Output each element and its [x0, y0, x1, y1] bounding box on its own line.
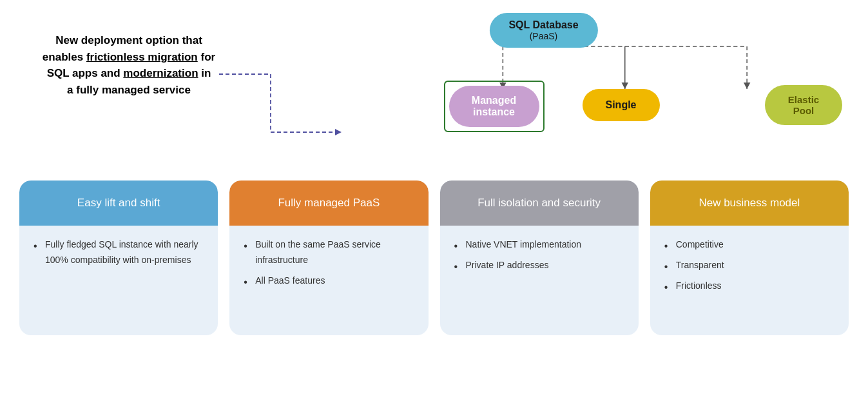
- cards-section: Easy lift and shift Fully fledged SQL in…: [19, 181, 849, 335]
- card-full-isolation-list: Native VNET implementation Private IP ad…: [454, 237, 624, 273]
- intro-link1: frictionless migration: [86, 51, 198, 63]
- intro-line6: a fully managed service: [67, 84, 191, 96]
- card-fully-managed-list: Built on the same PaaS service infrastru…: [244, 237, 414, 288]
- card-easy-lift-list: Fully fledged SQL instance with nearly 1…: [34, 237, 204, 268]
- list-item: Built on the same PaaS service infrastru…: [244, 237, 414, 268]
- list-item: Native VNET implementation: [454, 237, 624, 253]
- card-easy-lift-header-label: Easy lift and shift: [77, 196, 160, 211]
- card-fully-managed-body: Built on the same PaaS service infrastru…: [229, 226, 428, 305]
- single-node: Single: [583, 89, 660, 121]
- card-full-isolation-header-label: Full isolation and security: [477, 196, 601, 211]
- card-full-isolation-header: Full isolation and security: [440, 181, 639, 226]
- managed-instance-box: Managedinstance: [444, 81, 545, 132]
- card-new-business-header-label: New business model: [699, 196, 800, 211]
- card-fully-managed: Fully managed PaaS Built on the same Paa…: [229, 181, 428, 335]
- card-new-business: New business model Competitive Transpare…: [650, 181, 849, 335]
- elastic-pool-node: ElasticPool: [765, 85, 842, 125]
- intro-text-block: New deployment option that enables frict…: [19, 13, 238, 98]
- card-fully-managed-header: Fully managed PaaS: [229, 181, 428, 226]
- svg-marker-5: [744, 83, 751, 89]
- managed-instance-node: Managedinstance: [449, 86, 539, 127]
- list-item: Transparent: [664, 258, 834, 273]
- intro-link2: modernization: [123, 67, 198, 79]
- intro-line5: in: [198, 67, 211, 79]
- intro-line2: enables: [43, 51, 86, 63]
- list-item: All PaaS features: [244, 273, 414, 289]
- list-item: Fully fledged SQL instance with nearly 1…: [34, 237, 204, 268]
- sql-db-sublabel: (PaaS): [508, 31, 578, 41]
- card-fully-managed-header-label: Fully managed PaaS: [278, 196, 380, 211]
- card-easy-lift-body: Fully fledged SQL instance with nearly 1…: [19, 226, 218, 285]
- intro-line3: for: [198, 51, 215, 63]
- main-container: New deployment option that enables frict…: [0, 0, 868, 410]
- card-full-isolation: Full isolation and security Native VNET …: [440, 181, 639, 335]
- sql-db-label: SQL Database: [508, 19, 578, 31]
- card-new-business-body: Competitive Transparent Frictionless: [650, 226, 849, 310]
- svg-marker-3: [622, 83, 629, 89]
- card-full-isolation-body: Native VNET implementation Private IP ad…: [440, 226, 639, 290]
- intro-line1: New deployment option that: [55, 34, 202, 46]
- diagram-area: SQL Database (PaaS) Managedinstance Sing…: [238, 13, 849, 168]
- card-easy-lift-header: Easy lift and shift: [19, 181, 218, 226]
- card-new-business-list: Competitive Transparent Frictionless: [664, 237, 834, 293]
- list-item: Private IP addresses: [454, 258, 624, 273]
- top-section: New deployment option that enables frict…: [19, 13, 849, 168]
- card-new-business-header: New business model: [650, 181, 849, 226]
- sql-database-node: SQL Database (PaaS): [489, 13, 597, 48]
- intro-line4: SQL apps and: [47, 67, 124, 79]
- card-easy-lift: Easy lift and shift Fully fledged SQL in…: [19, 181, 218, 335]
- list-item: Frictionless: [664, 278, 834, 294]
- list-item: Competitive: [664, 237, 834, 253]
